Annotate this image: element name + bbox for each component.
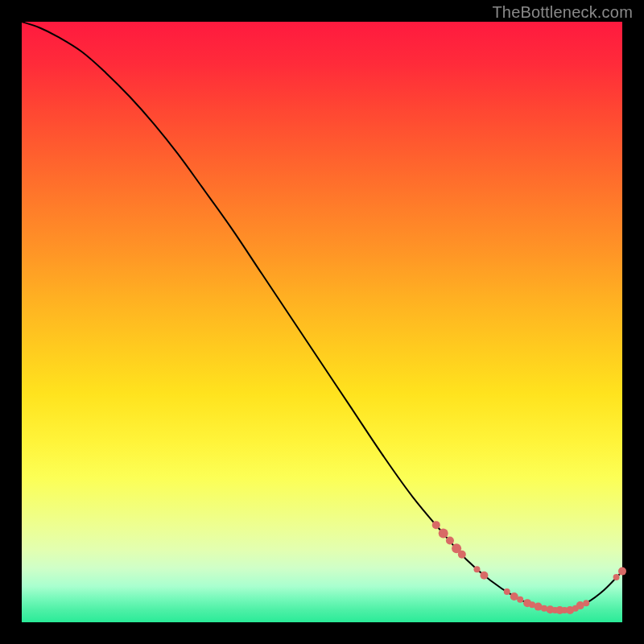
curve-point [473,566,480,572]
curve-point [458,551,466,559]
curve-point [618,568,626,576]
curve-point [583,600,589,606]
bottleneck-curve [22,22,622,611]
curve-point [535,603,543,611]
attribution-label: TheBottleneck.com [492,3,633,22]
chart-svg [22,22,622,622]
curve-point [480,572,488,580]
curve-point [446,537,454,545]
chart-frame: TheBottleneck.com [0,0,644,644]
curve-point [432,521,440,529]
curve-point [504,588,510,595]
curve-point [517,597,523,603]
curve-point [439,529,448,539]
curve-point [613,574,620,580]
curve-points-group [432,521,626,614]
